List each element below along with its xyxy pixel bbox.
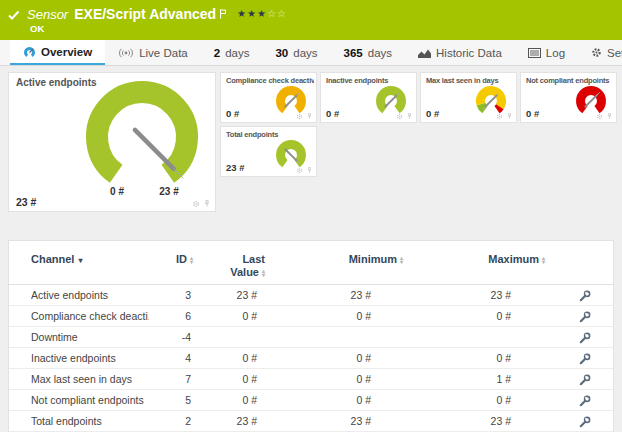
- tab-number: 365: [344, 47, 363, 59]
- channel-settings-button[interactable]: [551, 306, 613, 327]
- sensor-status-text: OK: [30, 23, 44, 34]
- column-header-last-value[interactable]: Last Value▴▾: [193, 253, 265, 279]
- channel-minimum: 23 #: [265, 411, 409, 432]
- pin-icon: [306, 167, 313, 174]
- channel-last-value: 0 #: [193, 348, 265, 369]
- gauge-scale-min: 0 #: [104, 186, 130, 197]
- table-row-inactive-endpoints: Inactive endpoints40 #0 #0 #: [9, 348, 613, 369]
- channel-settings-wrench-icon: [579, 290, 591, 302]
- active-endpoints-gauge: [67, 79, 217, 191]
- tab-2-days[interactable]: 2days: [201, 40, 263, 65]
- table-row-compliance-check-deacti: Compliance check deacti...60 #0 #0 #: [9, 306, 613, 327]
- pin-icon: [606, 113, 613, 120]
- tab-settings[interactable]: Settings: [578, 40, 622, 65]
- priority-stars[interactable]: ★★★☆☆: [237, 8, 287, 19]
- channel-name: Compliance check deacti...: [31, 306, 149, 327]
- gauge-current-value: 23 #: [16, 196, 36, 208]
- gauge-panel-max-last-seen-in-days[interactable]: Max last seen in days0 #: [420, 72, 517, 123]
- tab-label: Settings: [607, 47, 622, 59]
- channel-settings-button[interactable]: [551, 348, 613, 369]
- flag-icon[interactable]: [219, 5, 227, 23]
- gauge-panel-total-endpoints[interactable]: Total endpoints23 #: [220, 126, 317, 177]
- channel-last-value: 23 #: [193, 411, 265, 432]
- column-header-minimum[interactable]: Minimum▴▾: [265, 253, 409, 266]
- tab-historic-data[interactable]: Historic Data: [405, 40, 515, 65]
- gauge-panel-inactive-endpoints[interactable]: Inactive endpoints0 #: [320, 72, 417, 123]
- channel-maximum: 0 #: [409, 390, 551, 411]
- channel-maximum: 1 #: [409, 369, 551, 390]
- tab-label: days: [368, 47, 392, 59]
- channel-settings-wrench-icon: [579, 311, 591, 323]
- channel-settings-button[interactable]: [551, 411, 613, 432]
- gear-icon: [591, 47, 602, 58]
- gauge-current-value: 0 #: [426, 108, 439, 119]
- live-data-icon: [118, 48, 134, 58]
- tab-30-days[interactable]: 30days: [262, 40, 330, 65]
- column-header-channel[interactable]: Channel▾: [31, 253, 149, 267]
- channel-maximum: 23 #: [409, 411, 551, 432]
- gear-icon: [192, 200, 200, 208]
- gauge-current-value: 0 #: [526, 108, 539, 119]
- channel-name: Active endpoints: [31, 285, 149, 306]
- gauge-panel-active-endpoints[interactable]: Active endpoints 0 # 23 # 23 #: [8, 72, 216, 212]
- channel-settings-button[interactable]: [551, 390, 613, 411]
- channel-name: Not compliant endpoints: [31, 390, 149, 411]
- not-compliant-endpoints-gauge: [573, 84, 609, 116]
- tab-overview[interactable]: Overview: [10, 40, 105, 65]
- channel-id: 4: [149, 348, 193, 369]
- channel-name: Downtime: [31, 327, 149, 348]
- tab-label: Live Data: [139, 47, 188, 59]
- tab-label: Log: [546, 47, 565, 59]
- tab-log[interactable]: Log: [515, 40, 578, 65]
- tab-bar: OverviewLive Data2days30days365daysHisto…: [0, 40, 622, 66]
- channel-settings-wrench-icon: [579, 374, 591, 386]
- gear-icon: [496, 113, 503, 120]
- channel-minimum: 0 #: [265, 306, 409, 327]
- star-empty-icon[interactable]: ☆: [277, 8, 287, 19]
- status-ok-check-icon: [8, 7, 20, 25]
- star-filled-icon[interactable]: ★: [237, 8, 247, 19]
- object-kind-label: Sensor: [27, 7, 68, 22]
- gauge-panel-compliance-check-deactivated[interactable]: Compliance check deactivated0 #: [220, 72, 317, 123]
- star-filled-icon[interactable]: ★: [247, 8, 257, 19]
- channel-settings-button[interactable]: [551, 327, 613, 348]
- inactive-endpoints-gauge: [373, 84, 409, 116]
- sensor-status-bar: SensorEXE/Script Advanced★★★☆☆ OK: [0, 0, 622, 40]
- table-row-not-compliant-endpoints: Not compliant endpoints50 #0 #0 #: [9, 390, 613, 411]
- pin-icon: [506, 113, 513, 120]
- star-empty-icon[interactable]: ☆: [267, 8, 277, 19]
- channel-minimum: 0 #: [265, 369, 409, 390]
- channel-name: Total endpoints: [31, 411, 149, 432]
- gear-icon: [296, 167, 303, 174]
- channel-last-value: 23 #: [193, 285, 265, 306]
- star-filled-icon[interactable]: ★: [257, 8, 267, 19]
- channel-id: 2: [149, 411, 193, 432]
- channel-id: 5: [149, 390, 193, 411]
- max-last-seen-in-days-gauge: [473, 84, 509, 116]
- channel-settings-button[interactable]: [551, 369, 613, 390]
- pin-icon: [306, 113, 313, 120]
- channel-table-header: Channel▾ ID▴▾ Last Value▴▾ Minimum▴▾ Max…: [9, 241, 613, 285]
- gauge-panel-not-compliant-endpoints[interactable]: Not compliant endpoints0 #: [520, 72, 617, 123]
- column-header-maximum[interactable]: Maximum▴▾: [409, 253, 551, 266]
- channel-id: 3: [149, 285, 193, 306]
- gear-icon: [296, 113, 303, 120]
- column-header-id[interactable]: ID▴▾: [149, 253, 193, 266]
- tab-label: days: [225, 47, 249, 59]
- gauge-current-value: 23 #: [226, 162, 245, 173]
- channel-maximum: 23 #: [409, 285, 551, 306]
- channel-id: -4: [149, 327, 193, 348]
- tab-365-days[interactable]: 365days: [331, 40, 405, 65]
- channel-last-value: 0 #: [193, 306, 265, 327]
- tab-number: 2: [214, 47, 220, 59]
- tab-label: days: [293, 47, 317, 59]
- gauge-icon: [23, 46, 36, 58]
- channel-minimum: 0 #: [265, 348, 409, 369]
- gauge-scale-max: 23 #: [156, 186, 182, 197]
- channel-settings-wrench-icon: [579, 416, 591, 428]
- tab-live-data[interactable]: Live Data: [105, 40, 201, 65]
- channel-minimum: 0 #: [265, 390, 409, 411]
- compliance-check-deactivated-gauge: [273, 84, 309, 116]
- channel-settings-button[interactable]: [551, 285, 613, 306]
- channel-settings-wrench-icon: [579, 353, 591, 365]
